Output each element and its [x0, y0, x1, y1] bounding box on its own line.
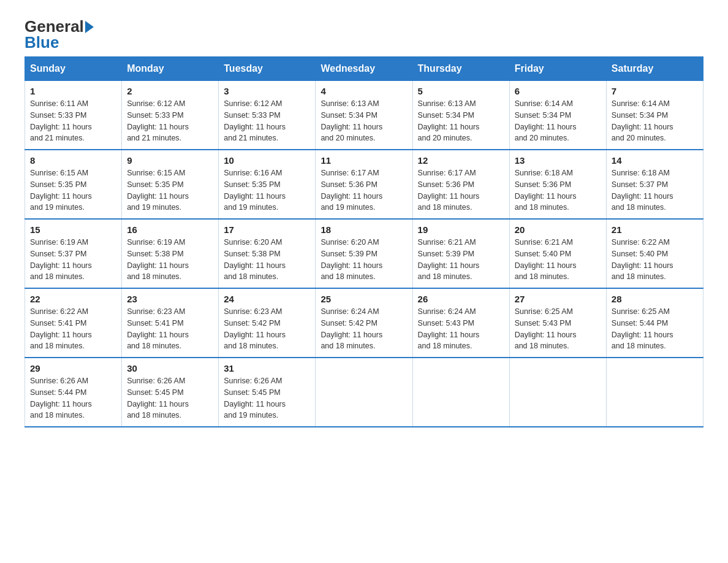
day-number: 6: [515, 86, 601, 96]
calendar-cell: 11 Sunrise: 6:17 AMSunset: 5:36 PMDaylig…: [316, 150, 412, 219]
day-info: Sunrise: 6:22 AMSunset: 5:40 PMDaylight:…: [612, 237, 698, 283]
day-number: 28: [612, 294, 698, 304]
day-number: 19: [418, 224, 504, 235]
header-sunday: Sunday: [25, 57, 122, 81]
day-info: Sunrise: 6:17 AMSunset: 5:36 PMDaylight:…: [418, 167, 504, 213]
calendar-cell: 25 Sunrise: 6:24 AMSunset: 5:42 PMDaylig…: [316, 288, 412, 358]
day-number: 7: [612, 86, 698, 96]
day-info: Sunrise: 6:24 AMSunset: 5:43 PMDaylight:…: [418, 306, 504, 352]
calendar-cell: 7 Sunrise: 6:14 AMSunset: 5:34 PMDayligh…: [606, 81, 703, 150]
header-saturday: Saturday: [606, 57, 703, 81]
day-info: Sunrise: 6:19 AMSunset: 5:38 PMDaylight:…: [127, 237, 213, 283]
calendar-cell: 4 Sunrise: 6:13 AMSunset: 5:34 PMDayligh…: [316, 81, 412, 150]
calendar-cell: 20 Sunrise: 6:21 AMSunset: 5:40 PMDaylig…: [509, 219, 606, 288]
calendar-cell: [606, 358, 703, 427]
day-info: Sunrise: 6:16 AMSunset: 5:35 PMDaylight:…: [224, 167, 310, 213]
calendar-cell: 9 Sunrise: 6:15 AMSunset: 5:35 PMDayligh…: [122, 150, 219, 219]
calendar-week-row: 8 Sunrise: 6:15 AMSunset: 5:35 PMDayligh…: [25, 150, 703, 219]
calendar-cell: 27 Sunrise: 6:25 AMSunset: 5:43 PMDaylig…: [509, 288, 606, 358]
calendar-cell: 16 Sunrise: 6:19 AMSunset: 5:38 PMDaylig…: [122, 219, 219, 288]
day-number: 2: [127, 86, 213, 96]
calendar-week-row: 22 Sunrise: 6:22 AMSunset: 5:41 PMDaylig…: [25, 288, 703, 358]
day-info: Sunrise: 6:24 AMSunset: 5:42 PMDaylight:…: [320, 306, 407, 352]
day-number: 3: [224, 86, 310, 96]
day-number: 21: [612, 224, 698, 235]
calendar-cell: 31 Sunrise: 6:26 AMSunset: 5:45 PMDaylig…: [219, 358, 316, 427]
calendar-cell: [316, 358, 412, 427]
day-number: 10: [224, 155, 310, 166]
day-info: Sunrise: 6:25 AMSunset: 5:43 PMDaylight:…: [515, 306, 601, 352]
day-number: 1: [30, 86, 116, 96]
calendar-cell: 18 Sunrise: 6:20 AMSunset: 5:39 PMDaylig…: [316, 219, 412, 288]
calendar-cell: 13 Sunrise: 6:18 AMSunset: 5:36 PMDaylig…: [509, 150, 606, 219]
calendar-cell: 29 Sunrise: 6:26 AMSunset: 5:44 PMDaylig…: [25, 358, 122, 427]
day-info: Sunrise: 6:19 AMSunset: 5:37 PMDaylight:…: [30, 237, 116, 283]
logo-general-text: General: [25, 18, 84, 34]
day-info: Sunrise: 6:11 AMSunset: 5:33 PMDaylight:…: [30, 98, 116, 144]
day-info: Sunrise: 6:12 AMSunset: 5:33 PMDaylight:…: [224, 98, 310, 144]
page-header: General Blue: [25, 18, 703, 50]
calendar-cell: 10 Sunrise: 6:16 AMSunset: 5:35 PMDaylig…: [219, 150, 316, 219]
day-number: 13: [515, 155, 601, 166]
calendar-cell: 19 Sunrise: 6:21 AMSunset: 5:39 PMDaylig…: [412, 219, 509, 288]
day-info: Sunrise: 6:20 AMSunset: 5:39 PMDaylight:…: [320, 237, 407, 283]
day-number: 23: [127, 294, 213, 304]
day-number: 14: [612, 155, 698, 166]
day-number: 20: [515, 224, 601, 235]
calendar-cell: 30 Sunrise: 6:26 AMSunset: 5:45 PMDaylig…: [122, 358, 219, 427]
day-number: 24: [224, 294, 310, 304]
calendar-week-row: 29 Sunrise: 6:26 AMSunset: 5:44 PMDaylig…: [25, 358, 703, 427]
day-info: Sunrise: 6:17 AMSunset: 5:36 PMDaylight:…: [320, 167, 407, 213]
header-thursday: Thursday: [412, 57, 509, 81]
day-info: Sunrise: 6:26 AMSunset: 5:45 PMDaylight:…: [224, 375, 310, 421]
day-info: Sunrise: 6:15 AMSunset: 5:35 PMDaylight:…: [127, 167, 213, 213]
calendar-cell: 8 Sunrise: 6:15 AMSunset: 5:35 PMDayligh…: [25, 150, 122, 219]
day-info: Sunrise: 6:21 AMSunset: 5:40 PMDaylight:…: [515, 237, 601, 283]
day-number: 4: [320, 86, 407, 96]
day-number: 5: [418, 86, 504, 96]
day-info: Sunrise: 6:18 AMSunset: 5:36 PMDaylight:…: [515, 167, 601, 213]
calendar-cell: 17 Sunrise: 6:20 AMSunset: 5:38 PMDaylig…: [219, 219, 316, 288]
day-number: 26: [418, 294, 504, 304]
calendar-cell: 23 Sunrise: 6:23 AMSunset: 5:41 PMDaylig…: [122, 288, 219, 358]
day-info: Sunrise: 6:26 AMSunset: 5:45 PMDaylight:…: [127, 375, 213, 421]
calendar-cell: 3 Sunrise: 6:12 AMSunset: 5:33 PMDayligh…: [219, 81, 316, 150]
header-friday: Friday: [509, 57, 606, 81]
calendar-cell: 2 Sunrise: 6:12 AMSunset: 5:33 PMDayligh…: [122, 81, 219, 150]
logo-blue-text: Blue: [25, 34, 94, 50]
calendar-cell: [412, 358, 509, 427]
calendar-cell: 15 Sunrise: 6:19 AMSunset: 5:37 PMDaylig…: [25, 219, 122, 288]
day-number: 31: [224, 363, 310, 373]
header-monday: Monday: [122, 57, 219, 81]
calendar-cell: 1 Sunrise: 6:11 AMSunset: 5:33 PMDayligh…: [25, 81, 122, 150]
day-number: 12: [418, 155, 504, 166]
day-info: Sunrise: 6:26 AMSunset: 5:44 PMDaylight:…: [30, 375, 116, 421]
day-info: Sunrise: 6:14 AMSunset: 5:34 PMDaylight:…: [515, 98, 601, 144]
day-info: Sunrise: 6:14 AMSunset: 5:34 PMDaylight:…: [612, 98, 698, 144]
calendar-cell: 28 Sunrise: 6:25 AMSunset: 5:44 PMDaylig…: [606, 288, 703, 358]
calendar-cell: 22 Sunrise: 6:22 AMSunset: 5:41 PMDaylig…: [25, 288, 122, 358]
day-info: Sunrise: 6:18 AMSunset: 5:37 PMDaylight:…: [612, 167, 698, 213]
day-number: 15: [30, 224, 116, 235]
day-info: Sunrise: 6:20 AMSunset: 5:38 PMDaylight:…: [224, 237, 310, 283]
logo-triangle-icon: [85, 21, 94, 33]
day-number: 8: [30, 155, 116, 166]
day-info: Sunrise: 6:15 AMSunset: 5:35 PMDaylight:…: [30, 167, 116, 213]
day-info: Sunrise: 6:23 AMSunset: 5:41 PMDaylight:…: [127, 306, 213, 352]
logo: General Blue: [25, 18, 94, 50]
calendar-cell: 24 Sunrise: 6:23 AMSunset: 5:42 PMDaylig…: [219, 288, 316, 358]
header-wednesday: Wednesday: [316, 57, 412, 81]
calendar-table: SundayMondayTuesdayWednesdayThursdayFrid…: [25, 56, 703, 427]
calendar-cell: 26 Sunrise: 6:24 AMSunset: 5:43 PMDaylig…: [412, 288, 509, 358]
day-number: 18: [320, 224, 407, 235]
day-info: Sunrise: 6:13 AMSunset: 5:34 PMDaylight:…: [320, 98, 407, 144]
calendar-week-row: 15 Sunrise: 6:19 AMSunset: 5:37 PMDaylig…: [25, 219, 703, 288]
day-number: 30: [127, 363, 213, 373]
day-number: 9: [127, 155, 213, 166]
calendar-cell: 5 Sunrise: 6:13 AMSunset: 5:34 PMDayligh…: [412, 81, 509, 150]
day-info: Sunrise: 6:22 AMSunset: 5:41 PMDaylight:…: [30, 306, 116, 352]
day-number: 16: [127, 224, 213, 235]
day-info: Sunrise: 6:21 AMSunset: 5:39 PMDaylight:…: [418, 237, 504, 283]
calendar-cell: [509, 358, 606, 427]
calendar-header-row: SundayMondayTuesdayWednesdayThursdayFrid…: [25, 57, 703, 81]
